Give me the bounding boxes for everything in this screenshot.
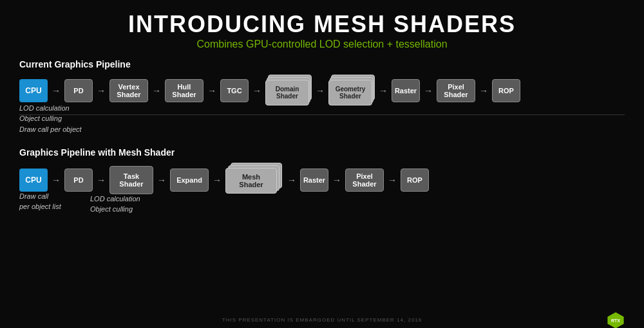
arrow: → [97,175,106,185]
node-expand: Expand [170,169,209,192]
title-section: INTRODUCING MESH SHADERS Combines GPU-co… [19,12,625,50]
arrow: → [52,175,61,185]
arrow: → [207,86,216,96]
node-mesh-stacked: MeshShader MeshShader MeshShader [225,163,283,197]
node-raster-2: Raster [300,169,328,192]
arrow: → [157,175,166,185]
node-geometry-stacked: GeometryShader GeometryShader GeometrySh… [328,75,375,107]
arrow: → [213,175,222,185]
pipeline1-container: CPU → PD → VertexShader → HullShader → T… [19,75,625,107]
rtx-logo: RTX [607,311,625,329]
node-domain-stacked: DomainShader DomainShader DomainShader [265,75,312,107]
node-vertex: VertexShader [109,79,148,102]
arrow: → [287,175,296,185]
divider [19,114,625,115]
node-tgc: TGC [220,79,249,102]
bottom-bar: THIS PRESENTATION IS EMBARGOED UNTIL SEP… [19,317,625,323]
node-pixel-1: PixelShader [437,79,475,102]
node-pixel-2: PixelShader [345,169,384,192]
node-task: TaskShader [109,166,153,194]
arrow: → [97,86,106,96]
node-raster-1: Raster [392,79,420,102]
node-rop-2: ROP [401,169,429,192]
pipeline2-container: CPU → PD → TaskShader → Expand → MeshSha… [19,163,625,197]
task-annotation: LOD calculationObject culling [90,194,140,215]
embargo-text: THIS PRESENTATION IS EMBARGOED UNTIL SEP… [19,317,625,323]
arrow: → [479,86,488,96]
pipeline2-row: CPU → PD → TaskShader → Expand → MeshSha… [19,163,625,197]
cpu-annotation-1: LOD calculationObject cullingDraw call p… [19,103,82,135]
node-pd-1: PD [64,79,93,102]
pipeline1-label: Current Graphics Pipeline [19,59,625,69]
arrow: → [152,86,161,96]
node-hull: HullShader [165,79,204,102]
arrow: → [316,86,325,96]
pipeline2-section: Graphics Pipeline with Mesh Shader CPU →… [19,147,625,197]
arrow: → [379,86,388,96]
arrow: → [424,86,433,96]
cpu-annotation-2: Draw callper object list [19,191,61,212]
subtitle: Combines GPU-controlled LOD selection + … [19,39,625,50]
node-pd-2: PD [64,169,93,192]
arrow: → [388,175,397,185]
node-cpu-1: CPU [19,79,48,102]
node-rop-1: ROP [492,79,520,102]
page-container: INTRODUCING MESH SHADERS Combines GPU-co… [0,0,644,328]
pipeline1-section: Current Graphics Pipeline CPU → PD → Ver… [19,59,625,107]
node-cpu-2: CPU [19,169,48,192]
pipeline1-row: CPU → PD → VertexShader → HullShader → T… [19,75,625,107]
rtx-icon: RTX [607,311,625,329]
main-title: INTRODUCING MESH SHADERS [19,12,625,37]
svg-text:RTX: RTX [611,318,620,322]
pipeline2-label: Graphics Pipeline with Mesh Shader [19,147,625,158]
arrow: → [332,175,341,185]
arrow: → [252,86,261,96]
arrow: → [52,86,61,96]
